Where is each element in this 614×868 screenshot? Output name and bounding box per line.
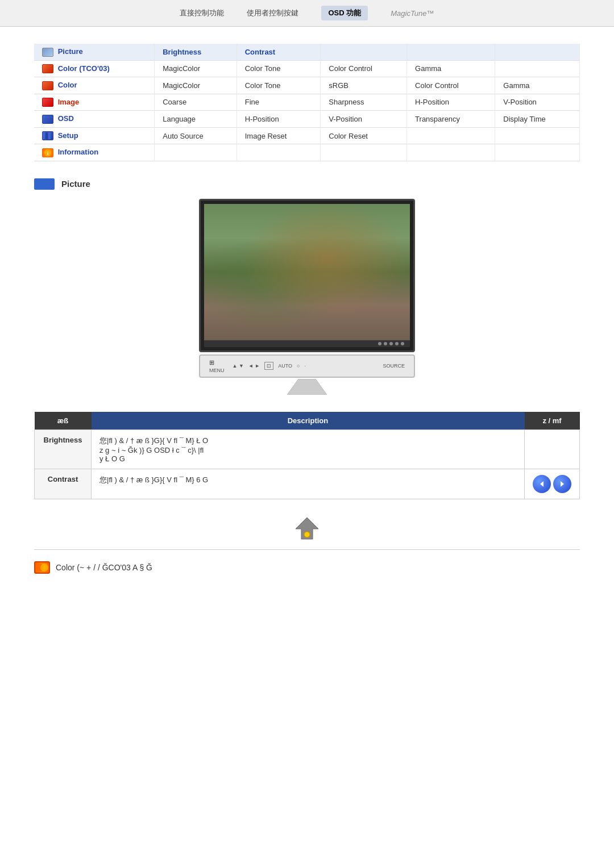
monitor-ctrl-lr[interactable]: ◄ ►: [248, 363, 260, 369]
desc-symbol-brightness: Brightness: [35, 429, 92, 469]
contrast-btn-right[interactable]: [553, 475, 571, 493]
image-coarse[interactable]: Coarse: [155, 94, 237, 111]
image-vposition[interactable]: V-Position: [495, 94, 580, 111]
nav-row-setup[interactable]: Setup Auto Source Image Reset Color Rese…: [34, 127, 580, 144]
nav-row-picture[interactable]: Picture Brightness Contrast: [34, 44, 580, 60]
monitor-frame: [199, 199, 415, 352]
osd-transparency[interactable]: Transparency: [407, 111, 495, 128]
info-empty2: [237, 144, 321, 161]
svg-text:i: i: [47, 151, 49, 156]
image-sharpness[interactable]: Sharpness: [321, 94, 407, 111]
nav-row-image[interactable]: Image Coarse Fine Sharpness H-Position V…: [34, 94, 580, 111]
color-icon: [42, 81, 53, 90]
color-control[interactable]: Color Control: [407, 77, 495, 94]
color-tco-icon: [42, 64, 53, 73]
monitor-menu-label[interactable]: MENU: [209, 368, 225, 373]
setup-colorreset[interactable]: Color Reset: [321, 127, 407, 144]
brightness-desc-text3: y Ł O G: [99, 454, 516, 463]
desc-btns-contrast[interactable]: [525, 469, 580, 499]
desc-header-symbol: æß: [35, 412, 92, 430]
status-dot-1: [378, 342, 381, 345]
setup-empty1: [407, 127, 495, 144]
up-arrow-area: [34, 516, 580, 540]
monitor-auto-label[interactable]: AUTO: [278, 363, 292, 369]
monitor-ctrl-arrows[interactable]: ▲ ▼: [233, 363, 244, 369]
osd-icon: [42, 115, 53, 124]
setup-autosource[interactable]: Auto Source: [155, 127, 237, 144]
picture-empty3: [495, 44, 580, 60]
color-section-label: Color (~ + / / ĞCO'03 A § Ğ: [56, 563, 152, 572]
color-tone[interactable]: Color Tone: [237, 77, 321, 94]
desc-desc-contrast: 您|fl ) & / † æ ß }G}{ V fl ¯ M} 6 G: [92, 469, 525, 499]
osd-language[interactable]: Language: [155, 111, 237, 128]
brightness-desc-text2: z g ~ i ~ Ğk )} G OSD ł c ¯ c}\ |fl: [99, 446, 516, 454]
color-tco-tone[interactable]: Color Tone: [237, 60, 321, 77]
setup-imagereset[interactable]: Image Reset: [237, 127, 321, 144]
color-tco-label: Color (TCO'03): [58, 64, 110, 73]
nav-direct-control[interactable]: 直接控制功能: [180, 8, 224, 18]
osd-hposition[interactable]: H-Position: [237, 111, 321, 128]
monitor-controls-panel: ⊞ MENU ▲ ▼ ◄ ► ⊡ AUTO ○ · SOURCE: [199, 354, 415, 378]
monitor-screen-image: [204, 204, 410, 340]
top-navigation: 直接控制功能 使用者控制按鍵 OSD 功能 MagicTune™: [0, 0, 614, 27]
color-label: Color: [58, 81, 77, 89]
monitor-base-area: [287, 379, 327, 395]
monitor-screen: [204, 204, 410, 340]
picture-icon: [42, 48, 53, 57]
osd-displaytime[interactable]: Display Time: [495, 111, 580, 128]
up-arrow-icon: [293, 516, 321, 540]
desc-btns-brightness: [525, 429, 580, 469]
svg-point-11: [40, 564, 48, 571]
picture-brightness[interactable]: Brightness: [155, 44, 237, 60]
picture-contrast[interactable]: Contrast: [237, 44, 321, 60]
info-empty4: [407, 144, 495, 161]
monitor-status-bar: [204, 340, 410, 347]
monitor-ctrl-dot[interactable]: ·: [304, 363, 306, 369]
picture-heading-bar: [34, 178, 55, 190]
picture-empty1: [321, 44, 407, 60]
description-table: æß Description z / mf Brightness 您|fl ) …: [34, 412, 580, 499]
monitor-ctrl-box[interactable]: ⊡: [264, 362, 273, 370]
image-label: Image: [58, 98, 80, 106]
nav-user-control[interactable]: 使用者控制按鍵: [247, 8, 298, 18]
monitor-ctrl-symbol: ⊞: [209, 359, 225, 366]
image-fine[interactable]: Fine: [237, 94, 321, 111]
desc-row-brightness: Brightness 您|fl ) & / † æ ß }G}{ V fl ¯ …: [35, 429, 580, 469]
info-icon: i: [42, 148, 53, 157]
svg-marker-7: [561, 481, 564, 487]
nav-row-color-tco[interactable]: Color (TCO'03) MagicColor Color Tone Col…: [34, 60, 580, 77]
status-dot-2: [384, 342, 387, 345]
osd-vposition[interactable]: V-Position: [321, 111, 407, 128]
color-tco-magiccolor[interactable]: MagicColor: [155, 60, 237, 77]
color-tco-control[interactable]: Color Control: [321, 60, 407, 77]
nav-osd[interactable]: OSD 功能: [321, 6, 368, 20]
brightness-desc-text: 您|fl ) & / † æ ß }G}{ V fl ¯ M} Ł O: [99, 436, 516, 446]
color-tco-gamma[interactable]: Gamma: [407, 60, 495, 77]
svg-rect-1: [45, 132, 48, 139]
monitor-container: ⊞ MENU ▲ ▼ ◄ ► ⊡ AUTO ○ · SOURCE: [34, 199, 580, 395]
picture-section-heading: Picture: [34, 178, 580, 190]
monitor-ctrl-circle[interactable]: ○: [297, 363, 300, 369]
nav-row-osd[interactable]: OSD Language H-Position V-Position Trans…: [34, 111, 580, 128]
color-srgb[interactable]: sRGB: [321, 77, 407, 94]
nav-row-color[interactable]: Color MagicColor Color Tone sRGB Color C…: [34, 77, 580, 94]
info-empty5: [495, 144, 580, 161]
nav-magictune[interactable]: MagicTune™: [391, 9, 434, 18]
image-hposition[interactable]: H-Position: [407, 94, 495, 111]
color-gamma[interactable]: Gamma: [495, 77, 580, 94]
separator-line: [34, 549, 580, 550]
info-empty3: [321, 144, 407, 161]
info-empty1: [155, 144, 237, 161]
desc-desc-brightness: 您|fl ) & / † æ ß }G}{ V fl ¯ M} Ł O z g …: [92, 429, 525, 469]
setup-icon: [42, 131, 53, 140]
desc-row-contrast: Contrast 您|fl ) & / † æ ß }G}{ V fl ¯ M}…: [35, 469, 580, 499]
contrast-btn-left[interactable]: [533, 475, 551, 493]
contrast-nav-buttons: [533, 475, 571, 493]
picture-label: Picture: [58, 47, 83, 56]
svg-rect-0: [43, 132, 45, 139]
picture-empty2: [407, 44, 495, 60]
image-icon: [42, 98, 53, 107]
nav-row-info[interactable]: i Information: [34, 144, 580, 161]
desc-header-buttons: z / mf: [525, 412, 580, 430]
color-magiccolor[interactable]: MagicColor: [155, 77, 237, 94]
